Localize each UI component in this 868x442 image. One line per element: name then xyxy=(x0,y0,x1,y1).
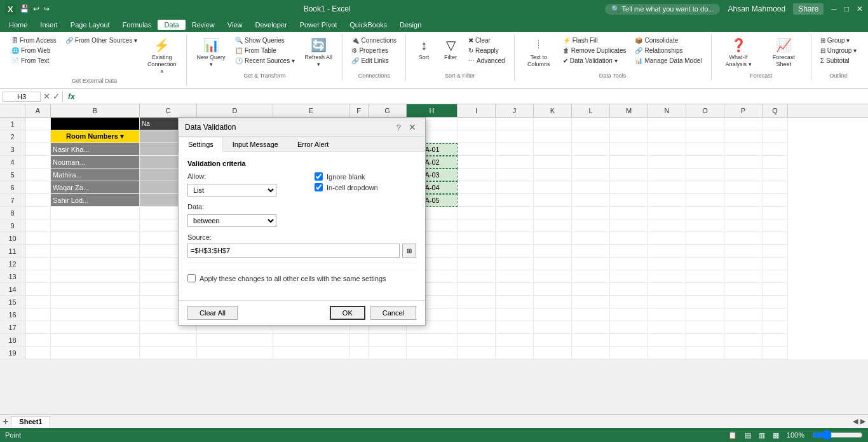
allow-dropdown[interactable]: List Any value Whole number Decimal Date… xyxy=(187,184,276,197)
apply-all-checkbox[interactable] xyxy=(187,274,196,282)
in-cell-dropdown-label: In-cell dropdown xyxy=(327,184,378,191)
data-validation-dialog: Data Validation ? ✕ Settings Input Messa… xyxy=(178,118,426,326)
dialog-tabs: Settings Input Message Error Alert xyxy=(179,137,425,152)
grid-picker-icon: ⊞ xyxy=(407,247,412,254)
allow-row: Allow: xyxy=(187,172,302,180)
in-cell-dropdown-row: In-cell dropdown xyxy=(315,183,416,191)
ok-btn[interactable]: OK xyxy=(330,306,365,320)
dialog-footer: Clear All OK Cancel xyxy=(179,300,425,325)
apply-all-row: Apply these changes to all other cells w… xyxy=(187,270,416,286)
cancel-btn[interactable]: Cancel xyxy=(370,306,416,320)
dialog-close-btn[interactable]: ✕ xyxy=(406,122,419,132)
allow-label: Allow: xyxy=(187,172,219,180)
source-label: Source: xyxy=(187,233,416,241)
apply-all-label: Apply these changes to all other cells w… xyxy=(200,275,386,282)
data-label: Data: xyxy=(187,203,219,211)
validation-criteria-title: Validation criteria xyxy=(187,160,416,167)
dialog-title-bar: Data Validation ? ✕ xyxy=(179,118,425,137)
source-picker-btn[interactable]: ⊞ xyxy=(402,244,416,258)
dialog-help-icon[interactable]: ? xyxy=(397,123,401,132)
source-row: ⊞ xyxy=(187,244,416,258)
data-dropdown[interactable]: between xyxy=(187,214,276,227)
source-input[interactable] xyxy=(187,244,400,258)
ignore-blank-checkbox[interactable] xyxy=(315,172,323,181)
dialog-title: Data Validation xyxy=(185,123,236,132)
dialog-tab-settings[interactable]: Settings xyxy=(179,137,223,152)
dialog-tab-error-alert[interactable]: Error Alert xyxy=(288,137,339,152)
ignore-blank-row: Ignore blank xyxy=(315,172,416,181)
dialog-tab-input-message[interactable]: Input Message xyxy=(223,137,288,152)
clear-all-btn[interactable]: Clear All xyxy=(187,306,238,320)
in-cell-dropdown-checkbox[interactable] xyxy=(315,183,323,191)
dialog-overlay: Data Validation ? ✕ Settings Input Messa… xyxy=(0,0,868,359)
data-row: Data: xyxy=(187,203,302,211)
dialog-body: Validation criteria Allow: List Any valu… xyxy=(179,152,425,300)
ignore-blank-label: Ignore blank xyxy=(327,173,365,181)
